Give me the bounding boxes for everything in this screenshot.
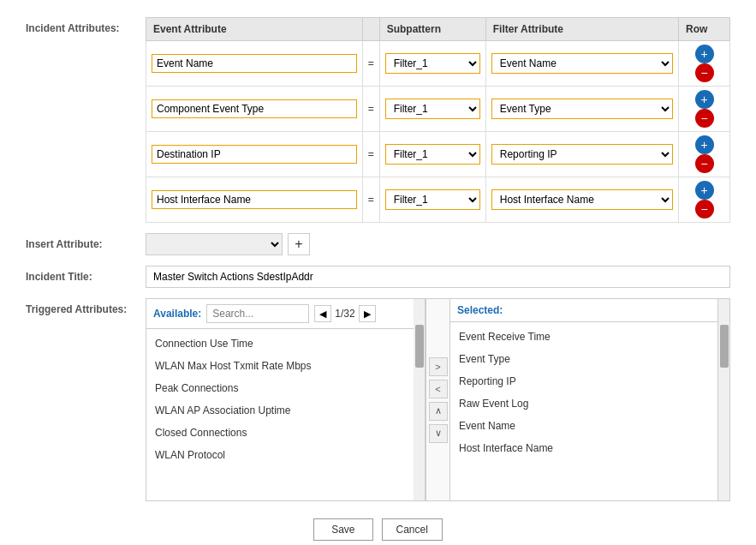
subpattern-select[interactable]: Filter_1Filter_2Filter_3: [385, 53, 480, 74]
subpattern-select[interactable]: Filter_1Filter_2Filter_3: [385, 99, 480, 119]
table-row: =Filter_1Filter_2Filter_3Event NameEvent…: [146, 132, 730, 177]
eq-sign: =: [362, 177, 379, 223]
selected-list-item[interactable]: Event Type: [450, 348, 717, 370]
table-row: =Filter_1Filter_2Filter_3Event NameEvent…: [146, 87, 730, 132]
pagination-next-button[interactable]: ▶: [359, 305, 376, 322]
add-row-button[interactable]: +: [695, 135, 714, 154]
available-list-item[interactable]: Closed Connections: [146, 422, 414, 444]
selected-list-item[interactable]: Host Interface Name: [450, 437, 717, 459]
eq-sign: =: [362, 41, 379, 87]
add-row-button[interactable]: +: [695, 45, 714, 63]
move-down-button[interactable]: ∨: [429, 424, 448, 443]
available-label: Available:: [153, 308, 201, 320]
move-up-button[interactable]: ∧: [429, 402, 448, 421]
available-list-item[interactable]: Peak Connections: [146, 377, 414, 399]
table-row: =Filter_1Filter_2Filter_3Event NameEvent…: [146, 177, 730, 223]
available-list-item[interactable]: Connection Use Time: [146, 332, 414, 355]
available-items-list: Connection Use TimeWLAN Max Host Txmit R…: [146, 329, 414, 500]
subpattern-select[interactable]: Filter_1Filter_2Filter_3: [385, 144, 480, 165]
available-search-input[interactable]: [206, 304, 309, 323]
selected-items-list: Event Receive TimeEvent TypeReporting IP…: [450, 322, 717, 494]
remove-row-button[interactable]: −: [695, 109, 714, 128]
available-list-item[interactable]: WLAN Max Host Txmit Rate Mbps: [146, 355, 414, 377]
selected-label: Selected:: [457, 304, 503, 316]
incident-title-label: Incident Title:: [26, 266, 146, 283]
add-row-button[interactable]: +: [695, 90, 714, 109]
move-right-button[interactable]: >: [429, 357, 448, 376]
eq-sign: =: [362, 87, 379, 132]
filter-attribute-select[interactable]: Event NameEvent TypeReporting IPHost Int…: [491, 53, 673, 74]
triggered-selected-panel: Selected: Event Receive TimeEvent TypeRe…: [449, 298, 718, 501]
triggered-attributes-panel: Available: ◀ 1/32 ▶ Connection Use TimeW…: [146, 298, 730, 501]
insert-attribute-plus-button[interactable]: +: [288, 233, 310, 255]
selected-list-item[interactable]: Event Name: [450, 415, 717, 437]
available-list-item[interactable]: WLAN Protocol: [146, 444, 414, 466]
selected-list-item[interactable]: Raw Event Log: [450, 392, 717, 415]
remove-row-button[interactable]: −: [695, 154, 714, 173]
insert-attribute-select[interactable]: [146, 233, 283, 255]
left-panel-scrollbar[interactable]: [414, 298, 426, 501]
event-attribute-input[interactable]: [152, 190, 357, 209]
filter-attribute-select[interactable]: Event NameEvent TypeReporting IPHost Int…: [491, 144, 673, 165]
pagination-control: ◀ 1/32 ▶: [314, 305, 375, 322]
incident-attributes-table: Event Attribute Subpattern Filter Attrib…: [146, 17, 730, 223]
right-panel-scrollbar[interactable]: [718, 298, 730, 501]
subpattern-select[interactable]: Filter_1Filter_2Filter_3: [385, 189, 480, 210]
col-header-filter-attribute: Filter Attribute: [485, 18, 678, 41]
triggered-available-panel: Available: ◀ 1/32 ▶ Connection Use TimeW…: [146, 298, 414, 501]
eq-sign: =: [362, 132, 379, 177]
selected-list-item[interactable]: Event Receive Time: [450, 326, 717, 348]
event-attribute-input[interactable]: [152, 99, 357, 118]
event-attribute-input[interactable]: [152, 54, 357, 73]
insert-attribute-label: Insert Attribute:: [26, 233, 146, 250]
col-header-eq: [362, 18, 379, 41]
pagination-display: 1/32: [335, 308, 354, 320]
triggered-middle-arrows: > < ∧ ∨: [426, 298, 449, 501]
col-header-row: Row: [679, 18, 730, 41]
remove-row-button[interactable]: −: [695, 200, 714, 219]
add-row-button[interactable]: +: [695, 181, 714, 200]
col-header-subpattern: Subpattern: [379, 18, 485, 41]
move-left-button[interactable]: <: [429, 380, 448, 398]
triggered-attributes-label: Triggered Attributes:: [26, 298, 146, 315]
save-button[interactable]: Save: [313, 518, 372, 541]
pagination-prev-button[interactable]: ◀: [314, 305, 331, 322]
event-attribute-input[interactable]: [152, 145, 357, 164]
remove-row-button[interactable]: −: [695, 63, 714, 82]
cancel-button[interactable]: Cancel: [382, 518, 443, 541]
incident-attributes-label: Incident Attributes:: [26, 17, 146, 34]
selected-list-item[interactable]: Reporting IP: [450, 370, 717, 392]
filter-attribute-select[interactable]: Event NameEvent TypeReporting IPHost Int…: [491, 99, 673, 119]
available-list-item[interactable]: WLAN AP Association Uptime: [146, 399, 414, 422]
col-header-event-attribute: Event Attribute: [146, 18, 363, 41]
action-buttons: Save Cancel: [26, 518, 730, 541]
right-scrollbar-thumb: [720, 325, 729, 368]
filter-attribute-select[interactable]: Event NameEvent TypeReporting IPHost Int…: [491, 189, 673, 210]
incident-title-input[interactable]: [146, 266, 730, 288]
table-row: =Filter_1Filter_2Filter_3Event NameEvent…: [146, 41, 730, 87]
insert-attribute-row: +: [146, 233, 730, 255]
left-scrollbar-thumb: [415, 325, 424, 368]
